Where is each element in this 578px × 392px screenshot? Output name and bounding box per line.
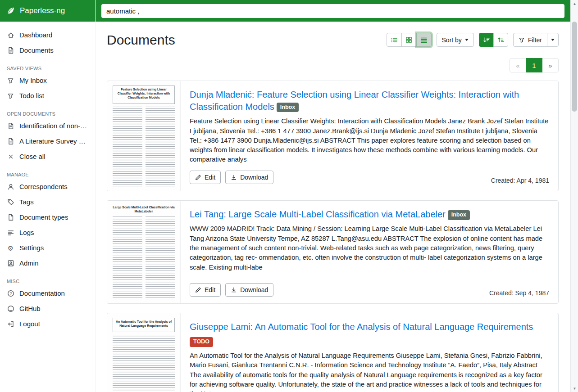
main-content: Documents <box>96 22 570 392</box>
document-thumbnail[interactable]: An Automatic Tool for the Analysis of Na… <box>107 313 181 392</box>
sidebar-item-correspondents[interactable]: Correspondents <box>0 179 95 194</box>
sidebar-item-dashboard[interactable]: Dashboard <box>0 27 95 43</box>
created-date: Created: Sep 4, 1987 <box>489 289 549 297</box>
app-title: Paperless-ng <box>20 6 65 15</box>
filter-dropdown-toggle[interactable] <box>547 33 559 47</box>
section-title-open-documents: OPEN DOCUMENTS <box>7 111 88 117</box>
sidebar-item-github[interactable]: GitHub <box>0 301 95 316</box>
document-title-link[interactable]: Giuseppe Lami: An Automatic Tool for the… <box>190 322 533 332</box>
edit-button[interactable]: Edit <box>190 283 221 297</box>
document-thumbnail[interactable]: Large Scale Multi-Label Classification v… <box>107 201 181 303</box>
sidebar-item-documents[interactable]: Documents <box>0 43 95 58</box>
top-navbar <box>96 0 570 22</box>
nav-label: Tags <box>19 198 34 206</box>
sidebar-item-logs[interactable]: Logs <box>0 225 95 240</box>
nav-label: GitHub <box>19 305 41 313</box>
document-title-link[interactable]: Lei Tang: Large Scale Multi-Label Classi… <box>190 209 446 219</box>
section-title-manage: MANAGE <box>7 172 88 177</box>
pagination-next-button[interactable]: » <box>542 58 559 72</box>
download-icon <box>231 174 237 180</box>
filter-split-button: Filter <box>513 33 559 47</box>
sort-by-label: Sort by <box>442 36 462 44</box>
document-title-link[interactable]: Dunja Mladenić: Feature Selection using … <box>190 90 519 112</box>
svg-text:?: ? <box>9 291 12 296</box>
sidebar-item-my-inbox[interactable]: My Inbox <box>0 73 95 88</box>
sidebar-item-settings[interactable]: ⚙ Settings <box>0 240 95 256</box>
document-thumbnail[interactable]: Feature Selection using Linear Classifie… <box>107 81 181 191</box>
edit-label: Edit <box>205 174 215 181</box>
nav-label: Identification of non-fu... <box>19 122 88 130</box>
pencil-icon <box>195 174 201 180</box>
document-excerpt: WWW 2009 MADRID! Track: Data Mining / Se… <box>190 224 549 272</box>
house-icon <box>7 32 14 39</box>
tag-icon <box>7 198 14 206</box>
sort-direction-group <box>479 33 508 47</box>
sidebar-item-open-document-2[interactable]: A Literature Survey on ... <box>0 134 95 149</box>
sort-by-dropdown[interactable]: Sort by <box>437 33 474 47</box>
nav-label: Settings <box>19 244 44 252</box>
pagination-page-1-button[interactable]: 1 <box>526 58 542 72</box>
nav-label: My Inbox <box>19 77 47 85</box>
nav-label: Todo list <box>19 92 44 100</box>
sidebar-item-todo-list[interactable]: Todo list <box>0 88 95 104</box>
section-title-saved-views: SAVED VIEWS <box>7 66 88 71</box>
github-icon <box>7 305 14 313</box>
file-icon <box>7 214 14 221</box>
nav-label: Close all <box>19 153 46 161</box>
person-badge-icon <box>7 260 14 267</box>
pencil-icon <box>195 287 201 293</box>
sidebar-item-document-types[interactable]: Document types <box>0 210 95 225</box>
document-title: Lei Tang: Large Scale Multi-Label Classi… <box>190 208 549 221</box>
pagination-prev-button[interactable]: « <box>510 58 526 72</box>
sidebar-item-close-all[interactable]: Close all <box>0 149 95 164</box>
sort-ascending-button[interactable] <box>493 33 508 47</box>
filter-button[interactable]: Filter <box>513 33 547 47</box>
view-mode-group <box>387 33 432 47</box>
sidebar: Paperless-ng Dashboard Documents SAVED V… <box>0 0 96 392</box>
view-table-button[interactable] <box>387 33 402 47</box>
view-details-button[interactable] <box>416 33 432 47</box>
document-title: Giuseppe Lami: An Automatic Tool for the… <box>190 321 549 333</box>
thumbnail-title: Feature Selection using Linear Classifie… <box>113 86 175 104</box>
scrollbar-down-arrow[interactable]: ▼ <box>571 385 578 392</box>
view-grid-button[interactable] <box>401 33 417 47</box>
download-button[interactable]: Download <box>225 171 273 184</box>
filter-label: Filter <box>528 36 542 44</box>
page-title: Documents <box>107 32 175 47</box>
tag-badge[interactable]: Inbox <box>277 103 299 113</box>
nav-label: Logout <box>19 320 40 328</box>
document-excerpt: Feature Selection using Linear Classifie… <box>190 117 549 165</box>
sidebar-item-tags[interactable]: Tags <box>0 194 95 210</box>
document-card: Large Scale Multi-Label Classification v… <box>107 200 559 304</box>
app-brand[interactable]: Paperless-ng <box>0 0 95 22</box>
file-text-icon <box>7 138 14 145</box>
sort-up-icon <box>497 36 504 43</box>
documents-toolbar: Sort by <box>387 33 559 47</box>
pagination: « 1 » <box>107 58 559 72</box>
scrollbar-up-arrow[interactable]: ▲ <box>571 0 578 7</box>
search-input[interactable] <box>101 4 564 18</box>
tag-badge[interactable]: Inbox <box>448 210 470 220</box>
person-icon <box>7 183 14 191</box>
window-scrollbar[interactable]: ▲ ▼ <box>570 0 578 392</box>
download-label: Download <box>240 286 268 293</box>
edit-button[interactable]: Edit <box>190 171 221 184</box>
sort-down-icon <box>483 36 490 43</box>
list-ul-icon <box>391 36 398 44</box>
sidebar-item-documentation[interactable]: ? Documentation <box>0 286 95 301</box>
gear-icon: ⚙ <box>7 244 14 252</box>
download-button[interactable]: Download <box>225 283 273 297</box>
text-lines-icon <box>7 229 14 237</box>
sidebar-nav: Dashboard Documents SAVED VIEWS My Inbox… <box>0 22 95 332</box>
thumbnail-text-lines <box>113 107 175 186</box>
sidebar-item-admin[interactable]: Admin <box>0 256 95 271</box>
edit-label: Edit <box>205 286 215 293</box>
grid-icon <box>405 36 412 43</box>
sidebar-item-logout[interactable]: Logout <box>0 316 95 332</box>
scrollbar-thumb[interactable] <box>572 22 577 112</box>
tag-badge[interactable]: TODO <box>190 337 213 347</box>
file-text-icon <box>7 47 14 54</box>
sort-descending-button[interactable] <box>479 33 494 47</box>
paperless-leaf-icon <box>6 6 16 16</box>
sidebar-item-open-document-1[interactable]: Identification of non-fu... <box>0 118 95 134</box>
